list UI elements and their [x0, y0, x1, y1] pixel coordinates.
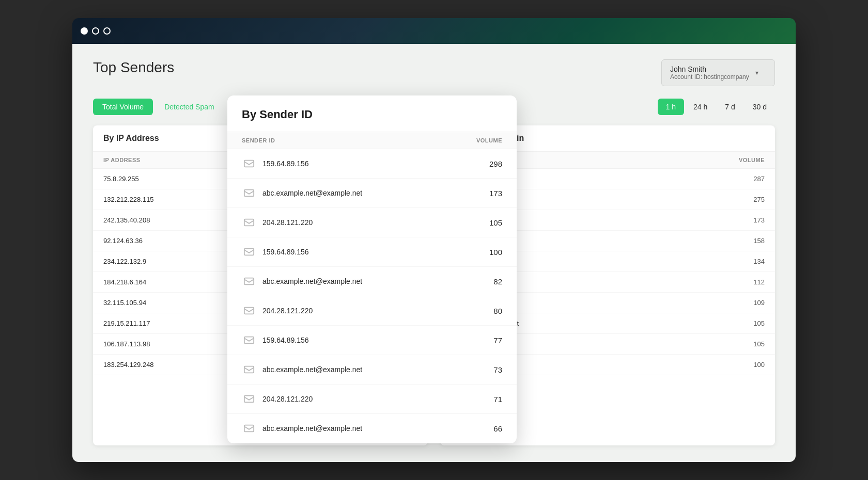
tab-total-volume[interactable]: Total Volume [93, 99, 153, 115]
sender-volume: 82 [461, 277, 502, 286]
svg-rect-1 [244, 190, 254, 197]
sender-id-text: 159.64.89.156 [262, 248, 461, 256]
modal-sender-row: abc.example.net@example.net 73 [227, 355, 517, 385]
modal-sender-row: 159.64.89.156 77 [227, 326, 517, 355]
sender-id-text: 204.28.121.220 [262, 307, 461, 315]
user-details: John Smith Account ID: hostingcompany [670, 65, 749, 81]
volume-cell: 109 [723, 299, 765, 307]
user-dropdown-arrow: ▾ [755, 69, 758, 76]
sender-volume: 71 [461, 395, 502, 404]
modal-sender-row: 204.28.121.220 105 [227, 208, 517, 237]
sender-id-text: 204.28.121.220 [262, 218, 461, 227]
sender-volume: 73 [461, 365, 502, 374]
svg-rect-3 [244, 249, 254, 255]
sender-volume: 298 [461, 159, 502, 168]
modal-sender-row: 159.64.89.156 100 [227, 237, 517, 267]
modal-header: By Sender ID [227, 95, 517, 132]
modal-sender-row: abc.example.net@example.net 82 [227, 267, 517, 296]
sender-id-modal: By Sender ID Sender ID Volume 159.64.89.… [227, 95, 517, 443]
time-30d[interactable]: 30 d [745, 99, 775, 115]
tab-detected-spam[interactable]: Detected Spam [155, 99, 224, 115]
sender-id-text: abc.example.net@example.net [262, 189, 461, 197]
volume-cell: 275 [723, 196, 765, 203]
minimize-button[interactable] [92, 27, 99, 35]
sender-icon [242, 186, 256, 200]
modal-col-headers: Sender ID Volume [227, 132, 517, 149]
sender-volume: 100 [461, 248, 502, 257]
user-account: Account ID: hostingcompany [670, 73, 749, 81]
sender-id-text: abc.example.net@example.net [262, 424, 461, 433]
volume-cell: 134 [723, 258, 765, 265]
modal-sender-row: abc.example.net@example.net 66 [227, 414, 517, 443]
time-24h[interactable]: 24 h [685, 99, 716, 115]
modal-title: By Sender ID [242, 108, 502, 121]
svg-rect-8 [244, 396, 254, 403]
svg-rect-7 [244, 366, 254, 373]
sender-volume: 173 [461, 189, 502, 198]
modal-volume-col: Volume [461, 137, 502, 143]
sender-icon [242, 421, 256, 436]
svg-rect-2 [244, 219, 254, 226]
sender-icon [242, 392, 256, 406]
domain-vol-header: VOLUME [723, 157, 765, 163]
sender-id-text: abc.example.net@example.net [262, 365, 461, 374]
user-info-panel[interactable]: John Smith Account ID: hostingcompany ▾ [661, 59, 775, 86]
modal-sender-row: 159.64.89.156 298 [227, 149, 517, 179]
svg-rect-6 [244, 337, 254, 344]
app-window: Top Senders John Smith Account ID: hosti… [72, 18, 796, 462]
titlebar [72, 18, 796, 44]
sender-volume: 80 [461, 307, 502, 315]
svg-rect-0 [244, 161, 254, 167]
sender-id-text: 159.64.89.156 [262, 336, 461, 344]
maximize-button[interactable] [103, 27, 111, 35]
volume-cell: 173 [723, 216, 765, 224]
sender-volume: 66 [461, 424, 502, 433]
volume-cell: 287 [723, 175, 765, 183]
page-title: Top Senders [93, 59, 174, 76]
time-1h[interactable]: 1 h [658, 99, 684, 115]
sender-icon [242, 245, 256, 259]
user-name: John Smith [670, 65, 749, 73]
header-row: Top Senders John Smith Account ID: hosti… [93, 59, 775, 86]
traffic-lights [81, 27, 111, 35]
sender-icon [242, 215, 256, 230]
modal-rows: 159.64.89.156 298 abc.example.net@exampl… [227, 149, 517, 443]
sender-id-text: 204.28.121.220 [262, 395, 461, 403]
sender-icon [242, 333, 256, 347]
sender-volume: 77 [461, 336, 502, 345]
main-content: Top Senders John Smith Account ID: hosti… [72, 44, 796, 462]
sender-icon [242, 362, 256, 377]
modal-sender-row: 204.28.121.220 71 [227, 385, 517, 414]
volume-cell: 100 [723, 361, 765, 369]
close-button[interactable] [81, 27, 88, 35]
sender-id-text: abc.example.net@example.net [262, 277, 461, 285]
volume-cell: 158 [723, 237, 765, 245]
volume-cell: 105 [723, 340, 765, 348]
modal-sender-row: 204.28.121.220 80 [227, 296, 517, 326]
volume-cell: 105 [723, 319, 765, 327]
modal-sender-col: Sender ID [242, 137, 461, 143]
sender-icon [242, 156, 256, 171]
sender-icon [242, 274, 256, 289]
volume-cell: 112 [723, 278, 765, 286]
modal-sender-row: abc.example.net@example.net 173 [227, 179, 517, 208]
svg-rect-5 [244, 308, 254, 314]
svg-rect-9 [244, 425, 254, 432]
sender-icon [242, 303, 256, 318]
time-tabs: 1 h 24 h 7 d 30 d [658, 99, 775, 115]
sender-volume: 105 [461, 218, 502, 227]
svg-rect-4 [244, 278, 254, 285]
sender-id-text: 159.64.89.156 [262, 159, 461, 168]
time-7d[interactable]: 7 d [717, 99, 743, 115]
